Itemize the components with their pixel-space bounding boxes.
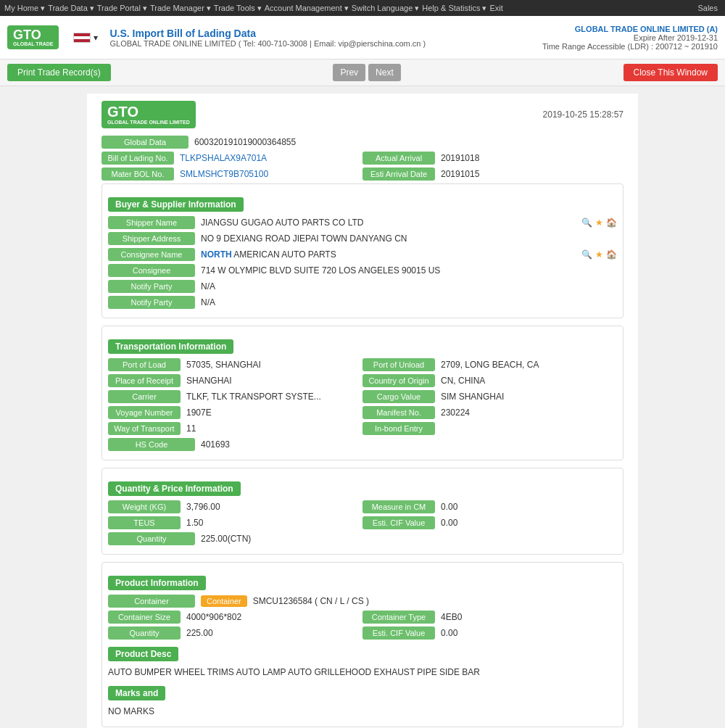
doc-header: GTOGLOBAL TRADE ONLINE LIMITED 2019-10-2…	[102, 101, 624, 128]
shipper-search-icon[interactable]: 🔍	[581, 218, 592, 228]
bol-row: Bill of Lading No. TLKPSHALAX9A701A Actu…	[102, 152, 624, 165]
teus-cif-row: TEUS 1.50 Esti. CIF Value 0.00	[108, 516, 617, 529]
container-badge: Container	[201, 595, 247, 607]
top-nav: My Home ▾ Trade Data ▾ Trade Portal ▾ Tr…	[0, 0, 725, 16]
doc-timestamp: 2019-10-25 15:28:57	[543, 109, 624, 120]
measure-col: Measure in CM 0.00	[362, 500, 617, 513]
notify-party-label1: Notify Party	[108, 280, 195, 293]
marks-value: NO MARKS	[108, 703, 617, 721]
consignee-star-icon[interactable]: ★	[595, 249, 603, 260]
carrier-col: Carrier TLKF, TLK TRANSPORT SYSTE...	[108, 390, 362, 403]
manifest-label: Manifest No.	[362, 406, 435, 419]
global-data-value: 600320191019000364855	[194, 137, 624, 147]
marks-header: Marks and	[108, 686, 165, 700]
consignee-name-row: Consignee Name NORTH AMERICAN AUTO PARTS…	[108, 248, 617, 261]
close-button-top[interactable]: Close This Window	[624, 64, 718, 81]
nav-accountmgmt[interactable]: Account Management ▾	[265, 4, 349, 13]
container-type-label: Container Type	[362, 611, 435, 624]
cargo-value-value: SIM SHANGHAI	[441, 392, 617, 402]
cargo-value-col: Cargo Value SIM SHANGHAI	[362, 390, 617, 403]
quantity-section: Quantity & Price Information Weight (KG)…	[102, 468, 624, 555]
shipper-home-icon[interactable]: 🏠	[606, 218, 617, 228]
product-qty-col: Quantity 225.00	[108, 626, 362, 640]
buyer-supplier-header: Buyer & Supplier Information	[108, 197, 244, 212]
shipper-address-row: Shipper Address NO 9 DEXIANG ROAD JIEPAI…	[108, 232, 617, 245]
esti-arrival-col: Esti Arrival Date 20191015	[362, 167, 624, 181]
port-unload-col: Port of Unload 2709, LONG BEACH, CA	[362, 358, 617, 371]
product-qty-label: Quantity	[108, 626, 181, 640]
actual-arrival-col: Actual Arrival 20191018	[362, 152, 624, 165]
nav-tradeportal[interactable]: Trade Portal ▾	[97, 4, 147, 13]
logo: GTOGLOBAL TRADE	[7, 25, 59, 49]
product-esti-cif-col: Esti. CIF Value 0.00	[362, 626, 617, 640]
nav-switchlang[interactable]: Switch Language ▾	[352, 4, 419, 13]
weight-label: Weight (KG)	[108, 500, 181, 513]
flag-area: ▾	[73, 33, 98, 43]
voyage-manifest-row: Voyage Number 1907E Manifest No. 230224	[108, 406, 617, 419]
place-receipt-value: SHANGHAI	[186, 376, 362, 386]
page-title: U.S. Import Bill of Lading Data	[109, 28, 542, 39]
notify-party-value1: N/A	[201, 281, 617, 291]
time-range: Time Range Accessible (LDR) : 200712 ~ 2…	[542, 42, 718, 51]
teus-value: 1.50	[186, 518, 362, 528]
consignee-home-icon[interactable]: 🏠	[606, 249, 617, 260]
next-button-top[interactable]: Next	[368, 64, 401, 81]
bol-value: TLKPSHALAX9A701A	[180, 153, 362, 163]
manifest-col: Manifest No. 230224	[362, 406, 617, 419]
container-type-value: 4EB0	[441, 612, 617, 622]
transport-section: Transportation Information Port of Load …	[102, 326, 624, 460]
weight-value: 3,796.00	[186, 502, 362, 512]
notify-party-value2: N/A	[201, 297, 617, 307]
container-value: SMCU1236584 ( CN / L / CS )	[253, 596, 617, 606]
title-area: U.S. Import Bill of Lading Data GLOBAL T…	[109, 28, 542, 48]
nav-tradedata[interactable]: Trade Data ▾	[48, 4, 94, 13]
shipper-address-value: NO 9 DEXIANG ROAD JIEPAI TOWN DANYANG CN	[201, 233, 617, 244]
carrier-cargo-row: Carrier TLKF, TLK TRANSPORT SYSTE... Car…	[108, 390, 617, 403]
shipper-name-label: Shipper Name	[108, 216, 195, 229]
print-button-top[interactable]: Print Trade Record(s)	[7, 64, 111, 81]
esti-cif-col: Esti. CIF Value 0.00	[362, 516, 617, 529]
nav-trademanager[interactable]: Trade Manager ▾	[150, 4, 211, 13]
main-content: GTOGLOBAL TRADE ONLINE LIMITED 2019-10-2…	[87, 94, 638, 728]
port-load-label: Port of Load	[108, 358, 181, 371]
product-header: Product Information	[108, 576, 206, 590]
consignee-value: 714 W OLYMPIC BLVD SUITE 720 LOS ANGELES…	[201, 265, 617, 276]
container-size-label: Container Size	[108, 611, 181, 624]
top-toolbar: Print Trade Record(s) Prev Next Close Th…	[0, 59, 725, 86]
master-bol-row: Mater BOL No. SMLMSHCT9B705100 Esti Arri…	[102, 167, 624, 181]
shipper-name-value: JIANGSU GUGAO AUTO PARTS CO LTD	[201, 218, 577, 228]
shipper-address-label: Shipper Address	[108, 232, 195, 245]
logo-area: GTOGLOBAL TRADE	[7, 25, 59, 49]
nav-buttons-top: Prev Next	[331, 64, 402, 81]
notify-party-row1: Notify Party N/A	[108, 280, 617, 293]
manifest-value: 230224	[441, 408, 617, 418]
actual-arrival-label: Actual Arrival	[362, 152, 435, 165]
consignee-search-icon[interactable]: 🔍	[581, 249, 592, 260]
quantity-value: 225.00(CTN)	[201, 534, 617, 544]
container-size-col: Container Size 4000*906*802	[108, 611, 362, 624]
actual-arrival-value: 20191018	[441, 153, 624, 163]
esti-cif-label: Esti. CIF Value	[362, 516, 435, 529]
port-load-value: 57035, SHANGHAI	[186, 360, 362, 370]
container-label: Container	[108, 595, 195, 608]
global-data-row: Global Data 600320191019000364855	[102, 136, 624, 149]
prev-button-top[interactable]: Prev	[333, 64, 365, 81]
hs-code-row: HS Code 401693	[108, 438, 617, 451]
master-bol-value: SMLMSHCT9B705100	[180, 169, 362, 179]
hs-code-label: HS Code	[108, 438, 195, 451]
port-unload-label: Port of Unload	[362, 358, 435, 371]
weight-measure-row: Weight (KG) 3,796.00 Measure in CM 0.00	[108, 500, 617, 513]
container-row: Container Container SMCU1236584 ( CN / L…	[108, 595, 617, 608]
quantity-row: Quantity 225.00(CTN)	[108, 532, 617, 545]
place-receipt-label: Place of Receipt	[108, 374, 181, 387]
nav-myhome[interactable]: My Home ▾	[4, 4, 45, 13]
nav-exit[interactable]: Exit	[489, 4, 502, 12]
buyer-supplier-section: Buyer & Supplier Information Shipper Nam…	[102, 183, 624, 318]
company-info: GLOBAL TRADE ONLINE LIMITED ( Tel: 400-7…	[109, 39, 542, 48]
shipper-star-icon[interactable]: ★	[595, 218, 603, 228]
nav-helpstats[interactable]: Help & Statistics ▾	[422, 4, 486, 13]
nav-tradetools[interactable]: Trade Tools ▾	[214, 4, 262, 13]
hs-code-value: 401693	[201, 439, 617, 450]
esti-arrival-value: 20191015	[441, 169, 624, 179]
inbond-col: In-bond Entry	[362, 422, 617, 435]
